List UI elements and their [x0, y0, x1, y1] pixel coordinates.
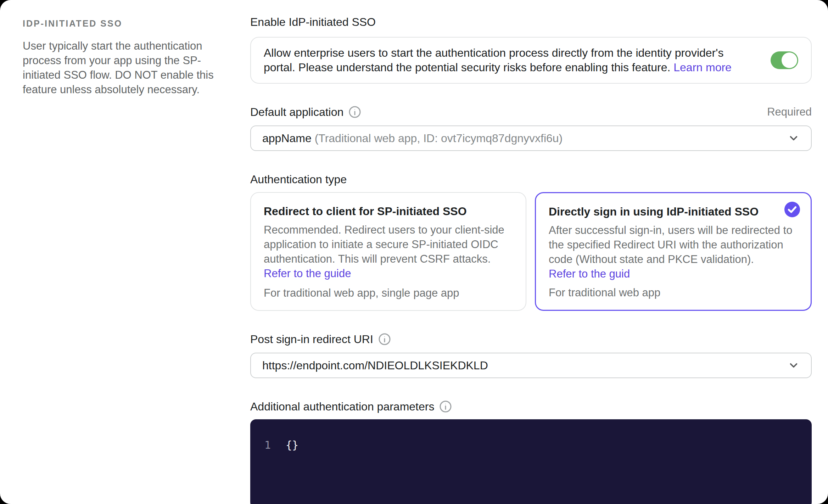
settings-window: IDP-INITIATED SSO User typically start t… — [0, 0, 828, 504]
additional-params-label: Additional authentication parameters — [250, 399, 434, 414]
settings-form: Enable IdP-initiated SSO Allow enterpris… — [248, 0, 828, 504]
auth-option-title: Directly sign in using IdP-initiated SSO — [549, 204, 798, 219]
auth-option-footnote: For traditional web app, single page app — [264, 287, 513, 299]
check-circle-icon — [784, 201, 801, 218]
refer-guide-link[interactable]: Refer to the guide — [264, 267, 351, 280]
auth-type-label-row: Authentication type — [250, 172, 812, 187]
info-icon[interactable] — [378, 333, 391, 346]
section-sidebar: IDP-INITIATED SSO User typically start t… — [0, 0, 248, 504]
toggle-knob — [782, 52, 797, 68]
auth-type-label: Authentication type — [250, 172, 347, 187]
redirect-uri-label-row: Post sign-in redirect URI — [250, 331, 812, 347]
redirect-uri-select[interactable]: https://endpoint.com/NDIEOLDLKSIEKDKLD — [250, 353, 812, 378]
redirect-uri-label: Post sign-in redirect URI — [250, 331, 373, 347]
default-application-label-row: Default application Required — [250, 104, 812, 120]
enable-sso-title: Enable IdP-initiated SSO — [250, 14, 812, 30]
chevron-down-icon — [788, 359, 800, 371]
enable-sso-description: Allow enterprise users to start the auth… — [264, 46, 755, 75]
default-application-select[interactable]: appName (Traditional web app, ID: ovt7ic… — [250, 125, 812, 151]
select-value: appName (Traditional web app, ID: ovt7ic… — [262, 132, 788, 145]
default-application-label: Default application — [250, 104, 343, 120]
auth-option-description: Recommended. Redirect users to your clie… — [264, 223, 513, 266]
code-editor[interactable]: 1 {} — [250, 419, 812, 504]
auth-option-title: Redirect to client for SP-initiated SSO — [264, 203, 513, 219]
code-line: 1 {} — [250, 438, 812, 453]
section-heading: IDP-INITIATED SSO — [23, 18, 234, 29]
select-value: https://endpoint.com/NDIEOLDLKSIEKDKLD — [262, 359, 788, 372]
auth-type-options: Redirect to client for SP-initiated SSO … — [250, 192, 812, 311]
enable-sso-card: Allow enterprise users to start the auth… — [250, 37, 812, 84]
info-icon[interactable] — [348, 106, 361, 118]
auth-option-description: After successful sign-in, users will be … — [549, 223, 798, 267]
auth-option-footnote: For traditional web app — [549, 286, 798, 299]
line-number: 1 — [263, 438, 271, 453]
refer-guide-link[interactable]: Refer to the guid — [549, 268, 630, 280]
sso-toggle[interactable] — [771, 51, 798, 69]
code-content[interactable]: {} — [286, 438, 298, 453]
required-badge: Required — [767, 106, 812, 118]
auth-option-sp-initiated-card[interactable]: Redirect to client for SP-initiated SSO … — [250, 192, 526, 311]
auth-option-idp-initiated-card[interactable]: Directly sign in using IdP-initiated SSO… — [535, 192, 812, 311]
chevron-down-icon — [788, 132, 800, 144]
additional-params-label-row: Additional authentication parameters — [250, 399, 812, 414]
section-description: User typically start the authentication … — [23, 39, 234, 97]
learn-more-link[interactable]: Learn more — [673, 61, 732, 74]
info-icon[interactable] — [439, 400, 452, 413]
